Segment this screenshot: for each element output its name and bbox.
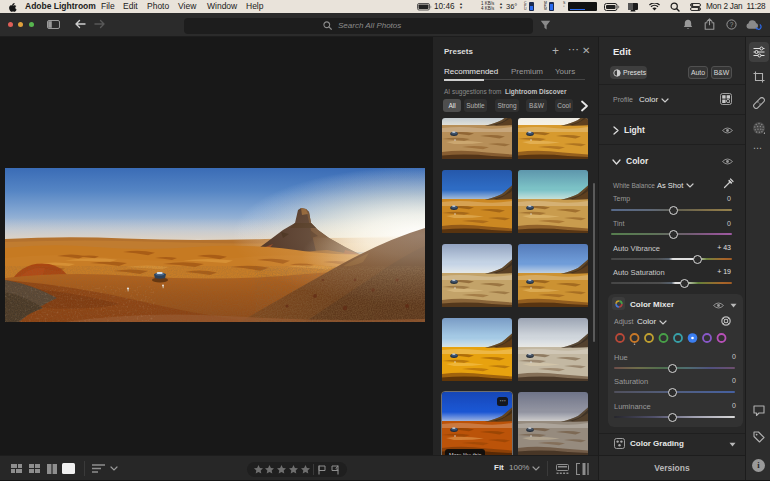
svg-text:?: ? [730, 20, 734, 27]
